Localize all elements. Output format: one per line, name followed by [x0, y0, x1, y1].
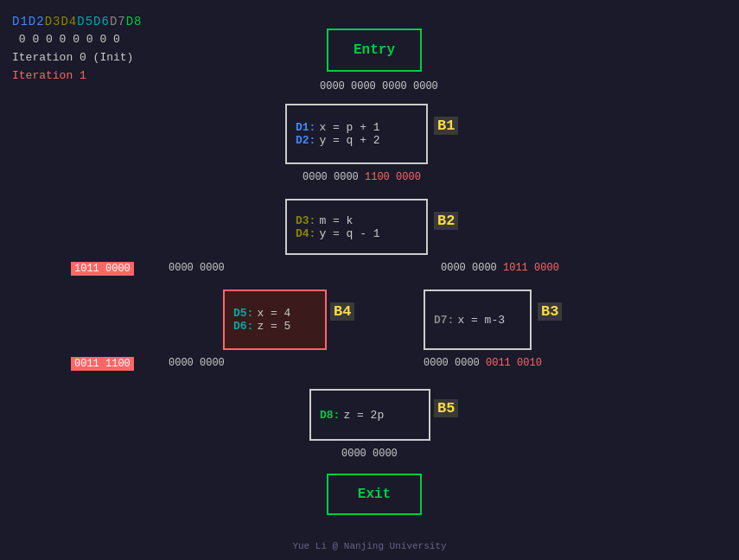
d4-label: D4 — [61, 15, 77, 29]
b2-line2: y = q - 1 — [319, 227, 379, 240]
b4-node: D5: x = 4 D6: z = 5 — [223, 290, 327, 350]
b5-d8-label: D8: — [320, 409, 340, 422]
d6-label: D6 — [93, 15, 110, 29]
b1-d2-label: D2: — [296, 134, 315, 147]
b2-line1: m = k — [319, 214, 353, 227]
b4-d6-label: D6: — [233, 320, 253, 333]
d7-label: D7 — [110, 15, 126, 29]
d1-label: D1 — [12, 15, 29, 29]
b3-node: D7: x = m-3 — [424, 290, 532, 350]
d3-label: D3 — [45, 15, 61, 29]
exit-node: Exit — [327, 474, 422, 515]
legend: D1D2D3D4D5D6D7D8 0 0 0 0 0 0 0 0 Iterati… — [12, 12, 143, 86]
bits-entry-below: 0000 0000 0000 0000 — [320, 80, 438, 92]
b1-line1: x = p + 1 — [319, 121, 379, 134]
b2-block-label: B2 — [434, 212, 458, 230]
entry-node: Entry — [327, 29, 422, 72]
b3-line1: x = m-3 — [457, 314, 505, 327]
b5-block-label: B5 — [434, 399, 458, 417]
bits-b3-below: 0000 0000 0011 0010 — [424, 357, 542, 369]
b3-block-label: B3 — [538, 302, 562, 321]
d5-label: D5 — [77, 15, 93, 29]
bits-b2-left-hi: 1011 0000 — [71, 262, 134, 276]
b4-line2: z = 5 — [257, 320, 290, 333]
d-labels-row: D1D2D3D4D5D6D7D8 — [12, 12, 143, 31]
b4-block-label: B4 — [330, 302, 354, 321]
b3-d7-label: D7: — [434, 314, 454, 327]
d8-label: D8 — [126, 15, 143, 29]
b2-d3-label: D3: — [296, 214, 315, 227]
entry-label: Entry — [354, 42, 395, 58]
d2-label: D2 — [29, 15, 45, 29]
b1-node: D1: x = p + 1 D2: y = q + 2 — [285, 104, 428, 164]
watermark: Yue Li @ Nanjing University — [292, 541, 446, 551]
b2-node: D3: m = k D4: y = q - 1 — [285, 199, 428, 255]
bits-b4-below-hi: 0011 1100 — [71, 357, 134, 371]
b5-node: D8: z = 2p — [309, 389, 430, 441]
iteration1-label: Iteration 1 — [12, 67, 143, 86]
bits-b2-left-lo: 0000 0000 — [169, 262, 225, 274]
b4-line1: x = 4 — [257, 307, 290, 320]
exit-label: Exit — [358, 487, 391, 502]
b5-line1: z = 2p — [343, 409, 384, 422]
b1-line2: y = q + 2 — [319, 134, 379, 147]
bits-b2-right: 0000 0000 1011 0000 — [441, 262, 559, 274]
bits-b5-below: 0000 0000 — [341, 448, 398, 460]
zeros-row: 0 0 0 0 0 0 0 0 — [12, 31, 143, 49]
bits-b1-below: 0000 0000 1100 0000 — [303, 171, 421, 183]
iteration0-label: Iteration 0 (Init) — [12, 49, 143, 67]
b4-d5-label: D5: — [233, 307, 253, 320]
bits-b4-below-lo: 0000 0000 — [169, 357, 225, 369]
b1-d1-label: D1: — [296, 121, 315, 134]
b1-block-label: B1 — [434, 117, 458, 135]
b2-d4-label: D4: — [296, 227, 315, 240]
